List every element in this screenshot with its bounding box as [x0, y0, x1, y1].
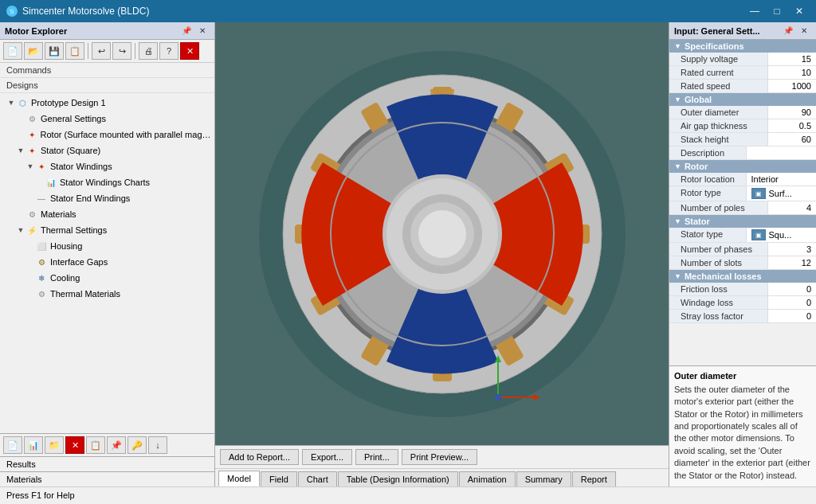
save-button[interactable]: 💾	[45, 42, 64, 60]
print-button[interactable]: Print...	[355, 449, 398, 465]
materials-label: Materials	[0, 471, 214, 486]
tab-table[interactable]: Table (Design Information)	[338, 471, 458, 486]
tree-item-stator-end[interactable]: — Stator End Windings	[0, 190, 214, 206]
spec-value-num-slots[interactable]: 12	[768, 256, 816, 269]
label-prototype: Prototype Design 1	[31, 98, 106, 107]
tab-summary[interactable]: Summary	[516, 471, 571, 486]
tree-item-winding-charts[interactable]: 📊 Stator Windings Charts	[0, 174, 214, 190]
close-button[interactable]: ✕	[789, 3, 810, 19]
new-button[interactable]: 📄	[3, 42, 22, 60]
redo-button[interactable]: ↪	[112, 42, 131, 60]
spec-group-specifications[interactable]: ▼ Specifications	[669, 40, 816, 53]
spec-value-rated-current[interactable]: 10	[768, 66, 816, 79]
copy-button[interactable]: 📋	[65, 42, 84, 60]
spec-label-stray: Stray loss factor	[669, 310, 768, 322]
spec-value-outer-diam[interactable]: 90	[768, 106, 816, 119]
svg-marker-28	[533, 394, 540, 400]
spec-group-mechanical-label: Mechanical losses	[685, 272, 762, 281]
bt-down[interactable]: ↓	[148, 436, 167, 454]
center-panel: Add to Report... Export... Print... Prin…	[215, 22, 669, 486]
icon-prototype: ⬡	[16, 96, 29, 109]
right-pin-button[interactable]: 📌	[781, 24, 795, 38]
print-preview-button[interactable]: Print Preview...	[402, 449, 477, 465]
panel-close-button[interactable]: ✕	[195, 24, 210, 38]
tree-item-materials[interactable]: ⚙ Materials	[0, 206, 214, 222]
spec-value-stray[interactable]: 0	[768, 310, 816, 322]
tree-item-cooling[interactable]: ❄ Cooling	[0, 270, 214, 286]
toggle-stator[interactable]: ▼	[16, 146, 26, 155]
window-controls[interactable]: — □ ✕	[744, 3, 810, 19]
export-button[interactable]: Export...	[302, 449, 352, 465]
canvas-area[interactable]	[215, 22, 669, 445]
spec-value-air-gap[interactable]: 0.5	[768, 119, 816, 132]
spec-value-rotor-type[interactable]: ▣ Surf...	[747, 186, 817, 201]
print-button[interactable]: 🖨	[139, 42, 158, 60]
icon-thermal-mat: ⚙	[35, 287, 48, 300]
canvas-bottom: Add to Report... Export... Print... Prin…	[215, 445, 669, 486]
spec-group-rotor-label: Rotor	[685, 162, 708, 171]
spec-label-stack-height: Stack height	[669, 133, 768, 146]
tree-item-prototype[interactable]: ▼ ⬡ Prototype Design 1	[0, 95, 214, 111]
title-bar: S Simcenter Motorsolve (BLDC) — □ ✕	[0, 0, 816, 22]
label-stator-windings: Stator Windings	[50, 162, 112, 171]
specs-area[interactable]: ▼ Specifications Supply voltage 15 Rated…	[669, 40, 816, 365]
toggle-thermal[interactable]: ▼	[16, 225, 26, 235]
undo-button[interactable]: ↩	[92, 42, 111, 60]
spec-group-mechanical[interactable]: ▼ Mechanical losses	[669, 270, 816, 283]
toggle-prototype[interactable]: ▼	[6, 98, 16, 107]
tab-animation[interactable]: Animation	[459, 471, 516, 486]
spec-value-description[interactable]	[747, 147, 817, 159]
bt-pin[interactable]: 📌	[107, 436, 126, 454]
tab-model[interactable]: Model	[218, 471, 260, 486]
open-button[interactable]: 📂	[24, 42, 43, 60]
maximize-button[interactable]: □	[767, 3, 787, 19]
spec-value-rated-speed[interactable]: 1000	[768, 80, 816, 92]
toggle-stator-windings[interactable]: ▼	[26, 162, 35, 171]
bt-key[interactable]: 🔑	[128, 436, 147, 454]
minimize-button[interactable]: —	[744, 3, 765, 19]
tree-item-stator-windings[interactable]: ▼ ✦ Stator Windings	[0, 158, 214, 174]
tree-item-stator[interactable]: ▼ ✦ Stator (Square)	[0, 143, 214, 158]
panel-pin-button[interactable]: 📌	[179, 24, 194, 38]
tree-item-thermal-mat[interactable]: ⚙ Thermal Materials	[0, 286, 214, 302]
spec-row-air-gap: Air gap thickness 0.5	[669, 119, 816, 133]
add-to-report-button[interactable]: Add to Report...	[220, 449, 299, 465]
tree-item-rotor[interactable]: ✦ Rotor (Surface mounted with parallel m…	[0, 127, 214, 143]
tree-area[interactable]: ▼ ⬡ Prototype Design 1 ⚙ General Setting…	[0, 93, 214, 433]
spec-value-stator-type[interactable]: ▣ Squ...	[747, 228, 817, 242]
spec-label-stator-type: Stator type	[669, 228, 747, 242]
toggle-general	[16, 114, 26, 123]
bt-chart[interactable]: 📊	[24, 436, 43, 454]
tab-field[interactable]: Field	[261, 471, 297, 486]
stator-type-text: Squ...	[769, 230, 792, 240]
bt-folder[interactable]: 📁	[45, 436, 64, 454]
spec-value-windage[interactable]: 0	[768, 296, 816, 309]
tree-item-housing[interactable]: ⬜ Housing	[0, 238, 214, 254]
spec-value-rotor-location[interactable]: Interior	[747, 173, 817, 186]
bt-new[interactable]: 📄	[3, 436, 22, 454]
action-row: Add to Report... Export... Print... Prin…	[215, 446, 669, 469]
icon-winding-charts: 📊	[45, 176, 57, 189]
tree-item-thermal[interactable]: ▼ ⚡ Thermal Settings	[0, 222, 214, 238]
help-button[interactable]: ?	[159, 42, 178, 60]
spec-group-stator[interactable]: ▼ Stator	[669, 215, 816, 228]
stop-button[interactable]: ✕	[180, 42, 199, 60]
info-section: Outer diameter Sets the outer diameter o…	[669, 365, 816, 486]
spec-row-description: Description	[669, 147, 816, 160]
bt-copy[interactable]: 📋	[86, 436, 105, 454]
tree-item-interface[interactable]: ⚙ Interface Gaps	[0, 254, 214, 270]
spec-value-supply[interactable]: 15	[768, 53, 816, 65]
svg-point-29	[495, 394, 501, 400]
tab-report[interactable]: Report	[572, 471, 616, 486]
right-close-button[interactable]: ✕	[797, 24, 811, 38]
spec-value-num-phases[interactable]: 3	[768, 243, 816, 256]
spec-group-rotor[interactable]: ▼ Rotor	[669, 160, 816, 173]
bt-delete[interactable]: ✕	[65, 436, 84, 454]
spec-group-global[interactable]: ▼ Global	[669, 93, 816, 106]
tab-chart[interactable]: Chart	[298, 471, 337, 486]
spec-value-friction[interactable]: 0	[768, 283, 816, 295]
spec-value-stack-height[interactable]: 60	[768, 133, 816, 146]
tree-item-general[interactable]: ⚙ General Settings	[0, 111, 214, 127]
spec-value-num-poles[interactable]: 4	[768, 201, 816, 214]
label-thermal: Thermal Settings	[41, 225, 107, 235]
